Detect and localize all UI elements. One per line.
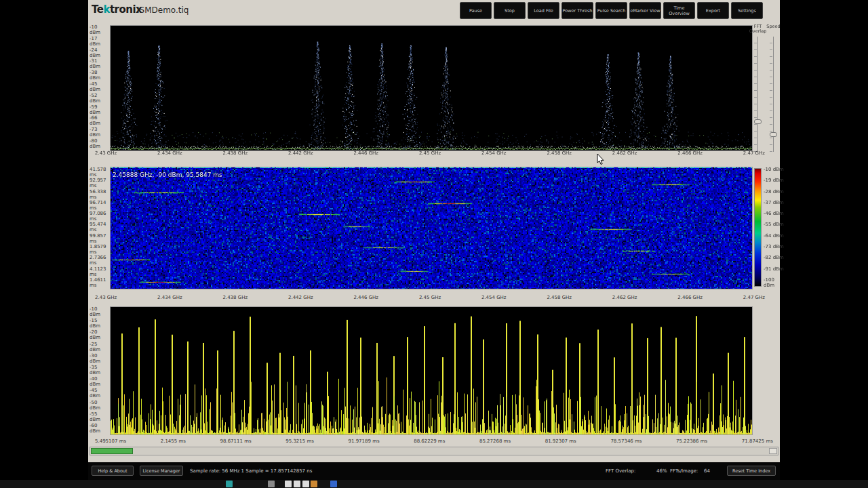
ffts-per-image-value: 64 <box>704 468 710 474</box>
time-scrollbar[interactable] <box>90 447 778 455</box>
spectrogram-y-axis: 41.578 ms92.957 ms56.338 ms96.714 ms97.0… <box>90 167 108 288</box>
toolbar-button[interactable]: Time Overview <box>663 2 695 19</box>
speed-slider[interactable]: Speed <box>767 24 780 152</box>
speed-slider-label: Speed <box>766 24 780 37</box>
fft-overlap-slider-label: FFT Overlap <box>749 24 767 37</box>
speed-slider-track[interactable] <box>769 37 778 152</box>
spectrogram-y-tick-label: 99.857 ms <box>90 233 108 244</box>
taskbar-icon[interactable] <box>226 481 233 487</box>
spectrogram-x-tick-label: 2.462 GHz <box>612 295 637 300</box>
spectrogram-x-tick-label: 2.446 GHz <box>353 295 378 300</box>
toolbar-button[interactable]: Settings <box>731 2 763 19</box>
toolbar-button[interactable]: Stop <box>494 2 526 19</box>
toolbar-button[interactable]: Export <box>697 2 729 19</box>
timeview-y-tick-label: -10 dBm <box>90 306 108 317</box>
spectrum-x-tick-label: 2.462 GHz <box>612 150 637 156</box>
spectrogram-x-tick-label: 2.466 GHz <box>677 295 703 300</box>
spectrogram-y-tick-label: 2.7366 ms <box>90 255 108 266</box>
sample-rate-text: Sample rate: 56 MHz 1 Sample = 17.857142… <box>190 468 312 474</box>
spectrum-y-tick-label: -31 dBm <box>90 58 108 69</box>
main-toolbar: PauseStopLoad FilePower ThreshPulse Sear… <box>460 2 763 19</box>
timeview-x-tick-label: 71.87425 ms <box>742 439 773 444</box>
timeview-x-axis: 5.495107 ms2.1455 ms98.67111 ms95.3215 m… <box>95 439 773 444</box>
license-manager-button[interactable]: License Manager <box>140 466 183 476</box>
timeview-x-tick-label: 88.62229 ms <box>414 439 445 444</box>
fft-overlap-status-value: 46% <box>656 468 667 474</box>
timeview-x-tick-label: 75.22386 ms <box>676 439 707 444</box>
tektronix-logo: Tektronix <box>92 3 142 16</box>
fft-overlap-slider[interactable]: FFT Overlap <box>751 24 764 152</box>
spectrum-y-tick-label: -10 dBm <box>90 24 108 35</box>
spectrum-x-tick-label: 2.458 GHz <box>547 150 572 156</box>
timeview-y-tick-label: -45 dBm <box>90 388 108 399</box>
time-scrollbar-end-cap[interactable] <box>769 448 777 454</box>
timeview-x-tick-label: 95.3215 ms <box>285 439 314 444</box>
timeview-y-axis: -10 dBm-15 dBm-20 dBm-25 dBm-30 dBm-35 d… <box>90 306 108 434</box>
speed-slider-thumb[interactable] <box>770 132 777 137</box>
spectrogram-y-tick-label: 4.1123 ms <box>90 266 108 277</box>
app-window: Tektronix ISMDemo.tiq PauseStopLoad File… <box>88 0 780 483</box>
spectrum-y-tick-label: -73 dBm <box>90 127 108 138</box>
spectrogram-x-tick-label: 2.47 GHz <box>743 295 765 300</box>
spectrum-x-tick-label: 2.434 GHz <box>157 150 182 156</box>
spectrogram-x-tick-label: 2.442 GHz <box>288 295 313 300</box>
toolbar-button[interactable]: Load File <box>528 2 559 19</box>
taskbar-icon[interactable] <box>285 481 292 487</box>
spectrogram-y-tick-label: 41.578 ms <box>90 167 108 178</box>
os-taskbar[interactable] <box>0 480 868 488</box>
spectrum-x-tick-label: 2.466 GHz <box>677 150 703 156</box>
time-scrollbar-thumb[interactable] <box>91 448 133 454</box>
spectrogram-y-tick-label: 96.714 ms <box>90 200 108 211</box>
taskbar-icon[interactable] <box>330 481 337 487</box>
help-about-button[interactable]: Help & About <box>92 466 134 476</box>
spectrum-x-tick-label: 2.45 GHz <box>419 150 441 156</box>
toolbar-button[interactable]: Power Thresh <box>561 2 593 19</box>
spectrogram-y-tick-label: 56.338 ms <box>90 189 108 200</box>
spectrogram-y-tick-label: 97.086 ms <box>90 211 108 222</box>
timeview-y-tick-label: -25 dBm <box>90 342 108 352</box>
fft-overlap-status-label: FFT Overlap: <box>606 468 635 474</box>
timeview-y-tick-label: -20 dBm <box>90 329 108 340</box>
fft-overlap-slider-track[interactable] <box>753 37 762 152</box>
timeview-x-tick-label: 5.495107 ms <box>95 439 126 444</box>
loaded-file-name: ISMDemo.tiq <box>137 5 189 15</box>
spectrogram-canvas[interactable] <box>110 167 753 289</box>
colorbar-tick-label: -10 dBm <box>764 167 784 172</box>
spectrum-canvas[interactable] <box>110 25 753 151</box>
mouse-cursor <box>597 153 605 168</box>
spectrum-y-axis: -10 dBm-17 dBm-24 dBm-31 dBm-38 dBm-45 d… <box>90 24 108 149</box>
spectrum-y-tick-label: -66 dBm <box>90 115 108 126</box>
spectrum-x-axis: 2.43 GHz2.434 GHz2.438 GHz2.442 GHz2.446… <box>95 150 765 156</box>
taskbar-icon[interactable] <box>311 481 317 487</box>
spectrogram-x-tick-label: 2.45 GHz <box>419 295 441 300</box>
spectrogram-y-tick-label: 1.4611 ms <box>90 277 108 288</box>
timeview-x-tick-label: 2.1455 ms <box>161 439 186 444</box>
reset-time-index-button[interactable]: Reset Time Index <box>727 466 776 476</box>
spectrogram-x-tick-label: 2.458 GHz <box>547 295 572 300</box>
spectrum-y-tick-label: -17 dBm <box>90 36 108 47</box>
spectrogram-x-tick-label: 2.434 GHz <box>157 295 182 300</box>
spectrum-x-tick-label: 2.446 GHz <box>353 150 378 156</box>
toolbar-button[interactable]: Pulse Search <box>595 2 627 19</box>
fft-overlap-slider-thumb[interactable] <box>754 119 762 124</box>
timeview-x-tick-label: 98.67111 ms <box>220 439 252 444</box>
taskbar-icon[interactable] <box>268 481 275 487</box>
toolbar-button[interactable]: eMarker View <box>629 2 661 19</box>
timeview-x-tick-label: 91.97189 ms <box>349 439 380 444</box>
spectrogram-x-tick-label: 2.43 GHz <box>95 295 117 300</box>
spectrum-x-tick-label: 2.454 GHz <box>481 150 507 156</box>
colorbar-tick-label: -91 dBm <box>764 266 784 272</box>
spectrum-y-tick-label: -59 dBm <box>90 104 108 115</box>
amplitude-colorbar <box>754 168 762 287</box>
status-bar: Help & About License Manager Sample rate… <box>88 462 780 480</box>
colorbar-tick-label: -46 dBm <box>764 211 784 216</box>
timeview-y-tick-label: -30 dBm <box>90 353 108 364</box>
toolbar-button[interactable]: Pause <box>460 2 492 19</box>
timeview-x-tick-label: 81.92307 ms <box>545 439 576 444</box>
spectrum-x-tick-label: 2.47 GHz <box>743 150 765 156</box>
timeview-canvas[interactable] <box>110 306 753 435</box>
spectrum-x-tick-label: 2.43 GHz <box>95 150 117 156</box>
taskbar-icon[interactable] <box>294 481 300 487</box>
taskbar-icon[interactable] <box>302 481 309 487</box>
spectrum-y-tick-label: -80 dBm <box>90 138 108 149</box>
